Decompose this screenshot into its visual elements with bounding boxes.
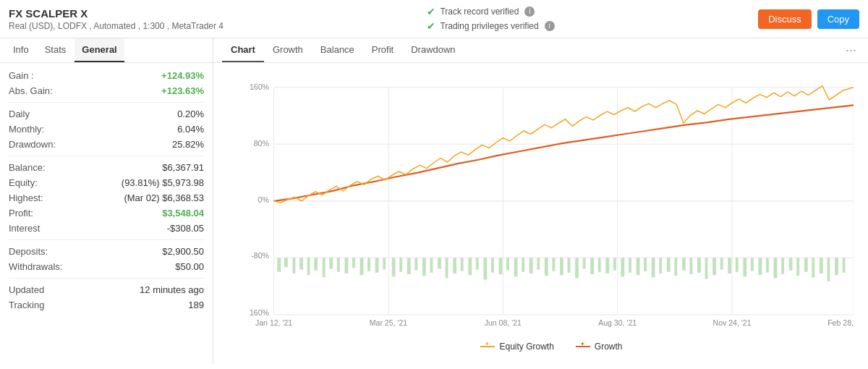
updated-value: 12 minutes ago bbox=[140, 284, 204, 295]
tracking-label: Tracking bbox=[9, 300, 44, 310]
abs-gain-value: +123.63% bbox=[161, 85, 204, 96]
svg-rect-91 bbox=[804, 258, 808, 271]
tab-stats[interactable]: Stats bbox=[38, 38, 74, 62]
divider-4 bbox=[9, 278, 204, 279]
drawdown-label: Drawdown: bbox=[9, 139, 56, 150]
updated-label: Updated bbox=[9, 284, 44, 295]
monthly-value: 6.04% bbox=[177, 124, 204, 135]
profit-row: Profit: $3,548.04 bbox=[9, 208, 204, 219]
right-panel: Chart Growth Balance Profit Drawdown ···… bbox=[213, 38, 868, 364]
svg-rect-86 bbox=[766, 258, 769, 272]
svg-rect-67 bbox=[621, 258, 624, 276]
svg-rect-50 bbox=[491, 258, 494, 272]
svg-rect-66 bbox=[613, 258, 616, 270]
profit-label: Profit: bbox=[9, 208, 33, 219]
balance-label: Balance: bbox=[9, 162, 46, 173]
tab-general[interactable]: General bbox=[75, 38, 124, 62]
svg-rect-22 bbox=[277, 258, 281, 271]
svg-rect-37 bbox=[392, 258, 396, 276]
svg-rect-38 bbox=[399, 258, 402, 271]
deposits-row: Deposits: $2,900.50 bbox=[9, 246, 204, 257]
svg-rect-59 bbox=[560, 258, 563, 275]
svg-rect-31 bbox=[344, 258, 348, 273]
svg-rect-46 bbox=[461, 258, 464, 271]
abs-gain-row: Abs. Gain: +123.63% bbox=[9, 85, 204, 96]
svg-rect-76 bbox=[689, 258, 692, 274]
svg-rect-29 bbox=[329, 258, 333, 268]
chart-area: .grid-line { stroke: #e8e8e8; stroke-wid… bbox=[213, 63, 868, 364]
gain-row: Gain : +124.93% bbox=[9, 70, 204, 81]
chart-options-button[interactable]: ··· bbox=[843, 43, 859, 58]
svg-rect-58 bbox=[552, 258, 555, 271]
highest-label: Highest: bbox=[9, 192, 43, 203]
profit-value: $3,548.04 bbox=[162, 208, 204, 219]
svg-rect-54 bbox=[522, 258, 524, 271]
svg-rect-30 bbox=[337, 258, 340, 271]
svg-rect-88 bbox=[781, 258, 784, 274]
svg-rect-36 bbox=[383, 258, 386, 269]
highest-row: Highest: (Mar 02) $6,368.53 bbox=[9, 192, 204, 203]
svg-rect-81 bbox=[728, 258, 731, 273]
divider-3 bbox=[9, 239, 204, 240]
svg-text:Aug 30, '21: Aug 30, '21 bbox=[598, 318, 637, 328]
drawdown-value: 25.82% bbox=[172, 139, 204, 150]
interest-row: Interest -$308.05 bbox=[9, 223, 204, 234]
svg-text:Feb 28, '22: Feb 28, '22 bbox=[827, 318, 854, 328]
gain-label: Gain : bbox=[9, 70, 34, 81]
svg-rect-48 bbox=[476, 258, 479, 269]
trading-privileges-info-icon[interactable]: i bbox=[545, 21, 555, 31]
check-icon-track: ✔ bbox=[427, 6, 435, 17]
updated-row: Updated 12 minutes ago bbox=[9, 284, 204, 295]
svg-rect-90 bbox=[796, 258, 799, 276]
svg-rect-78 bbox=[705, 258, 708, 279]
chart-tab-balance[interactable]: Balance bbox=[312, 38, 363, 62]
svg-text:0%: 0% bbox=[258, 195, 269, 204]
svg-rect-72 bbox=[659, 258, 662, 273]
svg-rect-42 bbox=[430, 258, 433, 272]
gain-value: +124.93% bbox=[161, 70, 204, 81]
svg-text:Mar 25, '21: Mar 25, '21 bbox=[370, 318, 407, 328]
monthly-row: Monthly: 6.04% bbox=[9, 124, 204, 135]
svg-text:80%: 80% bbox=[254, 139, 269, 148]
svg-rect-35 bbox=[375, 258, 379, 272]
legend-growth: Growth bbox=[576, 342, 623, 352]
svg-rect-47 bbox=[468, 258, 472, 275]
deposits-value: $2,900.50 bbox=[162, 246, 204, 257]
svg-rect-80 bbox=[720, 258, 723, 269]
svg-rect-43 bbox=[438, 258, 441, 268]
svg-text:Jan 12, '21: Jan 12, '21 bbox=[255, 318, 292, 328]
svg-rect-32 bbox=[352, 258, 355, 268]
svg-rect-69 bbox=[637, 258, 640, 275]
svg-rect-63 bbox=[590, 258, 594, 274]
svg-rect-64 bbox=[598, 258, 601, 271]
svg-rect-87 bbox=[774, 258, 778, 278]
chart-tabs: Chart Growth Balance Profit Drawdown ··· bbox=[213, 38, 868, 63]
equity-value: (93.81%) $5,973.98 bbox=[122, 177, 204, 188]
drawdown-row: Drawdown: 25.82% bbox=[9, 139, 204, 150]
track-record-info-icon[interactable]: i bbox=[524, 7, 535, 17]
header: FX SCALPER X Real (USD), LODFX , Automat… bbox=[0, 0, 868, 38]
track-record-label: Track record verified bbox=[440, 7, 519, 17]
discuss-button[interactable]: Discuss bbox=[758, 9, 812, 29]
chart-tab-profit[interactable]: Profit bbox=[363, 38, 402, 62]
copy-button[interactable]: Copy bbox=[817, 9, 859, 29]
svg-rect-73 bbox=[667, 258, 671, 271]
chart-tab-chart[interactable]: Chart bbox=[222, 38, 264, 62]
svg-rect-26 bbox=[307, 258, 310, 275]
withdrawals-row: Withdrawals: $50.00 bbox=[9, 261, 204, 272]
svg-text:-160%: -160% bbox=[250, 308, 269, 318]
svg-rect-68 bbox=[629, 258, 631, 272]
svg-rect-96 bbox=[843, 258, 846, 272]
growth-label: Growth bbox=[595, 342, 623, 352]
balance-row: Balance: $6,367.91 bbox=[9, 162, 204, 173]
svg-rect-45 bbox=[453, 258, 456, 273]
chart-tab-growth[interactable]: Growth bbox=[264, 38, 312, 62]
equity-row: Equity: (93.81%) $5,973.98 bbox=[9, 177, 204, 188]
chart-tab-drawdown[interactable]: Drawdown bbox=[402, 38, 464, 62]
svg-rect-49 bbox=[483, 258, 487, 279]
interest-value: -$308.05 bbox=[167, 223, 204, 234]
svg-rect-34 bbox=[367, 258, 370, 271]
tab-info[interactable]: Info bbox=[6, 38, 36, 62]
svg-rect-44 bbox=[446, 258, 448, 278]
svg-rect-62 bbox=[583, 258, 586, 268]
